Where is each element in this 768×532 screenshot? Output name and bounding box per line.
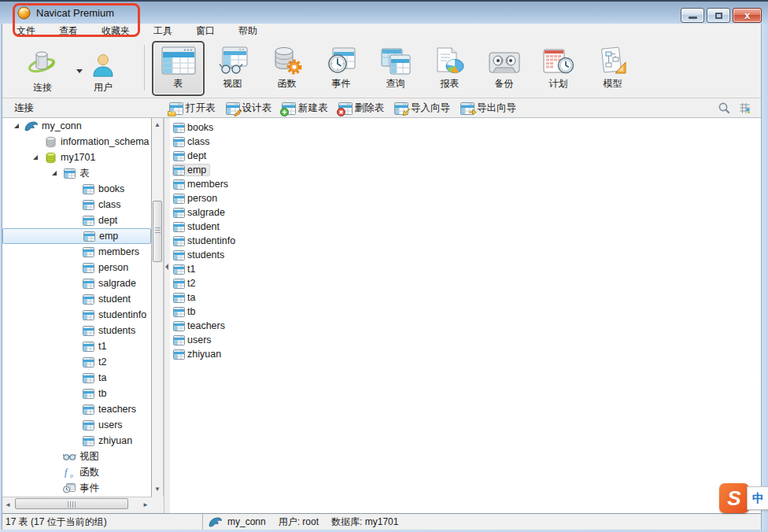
tree-item-table-emp[interactable]: emp <box>2 228 151 244</box>
tab-label: 报表 <box>441 79 460 89</box>
scroll-up-arrow[interactable]: ▲ <box>152 118 163 131</box>
table-name: users <box>187 334 212 345</box>
menu-item-view[interactable]: 查看 <box>57 24 80 39</box>
tree-item-table-books[interactable]: books <box>2 181 151 197</box>
tab-models[interactable]: 模型 <box>586 41 639 96</box>
tree-item-table-ta[interactable]: ta <box>2 370 151 386</box>
table-list-item-student[interactable]: student <box>170 220 761 234</box>
tab-schedules[interactable]: 计划 <box>532 41 585 96</box>
import-wizard-button[interactable]: 导入向导 <box>394 102 450 115</box>
tree-item-table-users[interactable]: users <box>2 417 151 433</box>
tree-item-tables-folder[interactable]: 表 <box>2 165 151 181</box>
tree-item-label: person <box>98 262 128 273</box>
tree-vertical-scrollbar[interactable]: ▲ ▼ <box>152 118 164 497</box>
table-list-item-class[interactable]: class <box>170 135 761 149</box>
tree-item-table-tb[interactable]: tb <box>2 386 151 401</box>
collapse-arrow-icon[interactable] <box>165 264 168 270</box>
expand-arrow-icon[interactable] <box>28 155 43 160</box>
new-table-button[interactable]: 新建表 <box>282 102 328 115</box>
tree-item-label: books <box>98 183 124 194</box>
scrollbar-thumb[interactable] <box>15 498 128 509</box>
menu-item-help[interactable]: 帮助 <box>236 24 260 39</box>
tree-item-functions-folder[interactable]: f0函数 <box>2 464 151 480</box>
panel-splitter[interactable] <box>164 118 170 513</box>
tbl-icon <box>81 247 95 257</box>
tree-item-table-salgrade[interactable]: salgrade <box>2 275 151 291</box>
table-list-item-teachers[interactable]: teachers <box>170 319 761 333</box>
tree-item-information-schema[interactable]: information_schema <box>2 134 151 150</box>
table-list-item-ta[interactable]: ta <box>170 290 761 305</box>
open-table-label: 打开表 <box>186 102 216 115</box>
list-item-wrap: tb <box>172 305 199 318</box>
menu-item-file[interactable]: 文件 <box>14 24 38 39</box>
list-item-wrap: dept <box>172 150 210 162</box>
tab-events[interactable]: 事件 <box>315 41 367 96</box>
table-list-item-t2[interactable]: t2 <box>170 276 761 290</box>
grid-options-icon[interactable] <box>739 102 751 114</box>
tab-queries[interactable]: 查询 <box>369 41 422 96</box>
tree-item-table-dept[interactable]: dept <box>2 212 151 228</box>
tree-item-table-students[interactable]: students <box>2 323 151 338</box>
table-name: salgrade <box>187 207 225 218</box>
expand-arrow-icon[interactable] <box>9 124 24 128</box>
tree-item-events-folder[interactable]: 事件 <box>2 480 151 496</box>
scroll-right-arrow[interactable]: ► <box>140 498 151 511</box>
tree-item-label: t1 <box>98 341 106 352</box>
tab-backups[interactable]: 备份 <box>478 41 530 96</box>
tree-horizontal-scrollbar[interactable]: ◄ ► <box>2 497 152 510</box>
delete-table-button[interactable]: 删除表 <box>338 102 385 115</box>
tree-item-table-teachers[interactable]: teachers <box>2 401 151 417</box>
table-list-item-dept[interactable]: dept <box>170 149 761 163</box>
sogou-logo[interactable]: S <box>719 483 749 513</box>
expand-arrow-icon[interactable] <box>46 171 62 175</box>
tree-item-table-members[interactable]: members <box>2 244 151 260</box>
maximize-button[interactable] <box>707 8 730 23</box>
tab-functions[interactable]: 函数 <box>260 41 313 96</box>
scrollbar-thumb[interactable] <box>153 201 162 262</box>
tree-item-table-studentinfo[interactable]: studentinfo <box>2 307 151 323</box>
scroll-down-arrow[interactable]: ▼ <box>152 482 163 495</box>
toolbar-button-user[interactable]: 用户 <box>79 42 127 93</box>
tree-item-table-student[interactable]: student <box>2 291 151 307</box>
tree-item-table-class[interactable]: class <box>2 197 151 212</box>
tree-item-my-conn[interactable]: my_conn <box>2 118 151 134</box>
scroll-left-arrow[interactable]: ◄ <box>2 498 13 511</box>
table-list-item-students[interactable]: students <box>170 248 761 262</box>
tab-tables[interactable]: 表 <box>152 41 205 96</box>
table-list-item-t1[interactable]: t1 <box>170 262 761 276</box>
minimize-button[interactable] <box>681 8 704 23</box>
ime-mode-label[interactable]: 中 <box>747 486 768 510</box>
export-wizard-button[interactable]: 导出向导 <box>460 102 516 115</box>
table-name: t1 <box>187 264 195 275</box>
tree-item-table-zhiyuan[interactable]: zhiyuan <box>2 433 151 449</box>
table-list-item-salgrade[interactable]: salgrade <box>170 205 761 220</box>
table-list-item-tb[interactable]: tb <box>170 305 761 319</box>
tree-item-table-t1[interactable]: t1 <box>2 338 151 354</box>
design-table-button[interactable]: 设计表 <box>226 102 272 115</box>
table-list-item-emp[interactable]: emp <box>170 163 761 177</box>
table-list-item-studentinfo[interactable]: studentinfo <box>170 234 761 248</box>
table-icon <box>173 293 186 303</box>
table-icon <box>173 307 186 317</box>
table-list-item-users[interactable]: users <box>170 333 761 347</box>
tab-views[interactable]: 视图 <box>206 41 259 96</box>
table-list-item-zhiyuan[interactable]: zhiyuan <box>170 347 761 361</box>
table-list-item-person[interactable]: person <box>170 191 761 205</box>
menu-item-window[interactable]: 窗口 <box>194 24 217 39</box>
tree-item-table-person[interactable]: person <box>2 260 151 275</box>
tab-reports[interactable]: 报表 <box>423 41 476 96</box>
titlebar[interactable]: Navicat Premium x <box>0 0 768 24</box>
menu-item-favorites[interactable]: 收藏夹 <box>99 24 132 39</box>
close-button[interactable]: x <box>733 8 762 23</box>
tbl-icon <box>81 184 95 194</box>
open-table-button[interactable]: 打开表 <box>169 102 216 115</box>
menu-item-tools[interactable]: 工具 <box>151 24 175 39</box>
ime-indicator[interactable]: S 中 <box>719 483 768 513</box>
table-list-item-books[interactable]: books <box>170 120 761 135</box>
toolbar-button-connection[interactable]: 连接 <box>13 42 72 93</box>
tree-item-table-t2[interactable]: t2 <box>2 354 151 370</box>
tree-item-views-folder[interactable]: 视图 <box>2 449 151 464</box>
tree-item-my1701[interactable]: my1701 <box>2 150 151 165</box>
search-icon[interactable] <box>718 102 731 115</box>
table-list-item-members[interactable]: members <box>170 177 761 191</box>
